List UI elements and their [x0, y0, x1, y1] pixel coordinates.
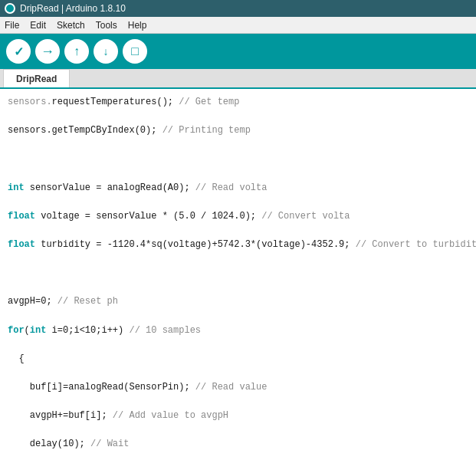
menu-help[interactable]: Help — [128, 20, 147, 31]
code-line — [8, 266, 468, 281]
menu-file[interactable]: File — [5, 20, 19, 31]
new-button[interactable]: ↑ — [64, 39, 89, 64]
code-line — [8, 152, 468, 166]
menu-sketch[interactable]: Sketch — [57, 20, 85, 31]
code-line: int sensorValue = analogRead(A0); // Rea… — [8, 181, 468, 196]
code-line: avgpH+=buf[i]; // Add value to avgpH — [8, 409, 468, 423]
code-editor[interactable]: sensors.requestTemperatures(); // Get te… — [0, 89, 476, 460]
menu-bar: File Edit Sketch Tools Help — [0, 17, 476, 34]
code-line: avgpH=0; // Reset ph — [8, 294, 468, 309]
code-line: delay(10); // Wait — [8, 437, 468, 452]
title-bar: DripRead | Arduino 1.8.10 — [0, 0, 476, 17]
code-line: sensors.getTempCByIndex(0); // Printing … — [8, 123, 468, 138]
code-line: sensors.requestTemperatures(); // Get te… — [8, 95, 468, 110]
code-line: for(int i=0;i<10;i++) // 10 samples — [8, 324, 468, 338]
open-button[interactable]: ↓ — [94, 39, 118, 64]
verify-button[interactable]: ✓ — [6, 39, 31, 64]
window-title: DripRead | Arduino 1.8.10 — [20, 3, 126, 14]
menu-tools[interactable]: Tools — [96, 20, 117, 31]
tab-bar: DripRead — [0, 69, 476, 89]
tab-dripread[interactable]: DripRead — [3, 69, 70, 87]
code-line: { — [8, 352, 468, 366]
toolbar: ✓ → ↑ ↓ □ — [0, 34, 476, 69]
app-logo — [5, 3, 15, 14]
code-line: float turbidity = -1120.4*sq(voltage)+57… — [8, 238, 468, 252]
save-button[interactable]: □ — [123, 39, 147, 64]
code-line: buf[i]=analogRead(SensorPin); // Read va… — [8, 380, 468, 395]
code-line: float voltage = sensorValue * (5.0 / 102… — [8, 209, 468, 224]
menu-edit[interactable]: Edit — [30, 20, 46, 31]
upload-button[interactable]: → — [35, 39, 60, 64]
